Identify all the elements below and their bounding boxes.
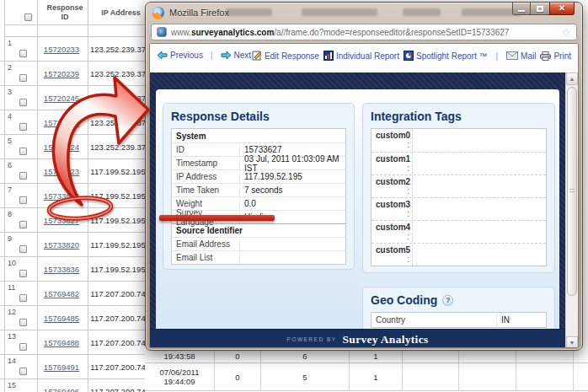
- mail-envelope-icon: [506, 51, 518, 60]
- bookmark-star-icon[interactable]: ☆: [561, 27, 571, 38]
- select-all-checkbox[interactable]: [24, 13, 32, 21]
- row-number: 2: [8, 63, 12, 72]
- print-button[interactable]: Print: [540, 51, 571, 61]
- row-checkbox[interactable]: [19, 221, 27, 228]
- value-cell: 5: [261, 363, 350, 390]
- toolbar-separator: |: [211, 51, 213, 60]
- url-input[interactable]: www.surveyanalytics.com/a//frame.do?mode…: [151, 24, 577, 40]
- scroll-down-button[interactable]: ▼: [566, 336, 578, 348]
- tag-row: custom5 :: [372, 243, 546, 266]
- response-details-title: Response Details: [171, 110, 346, 123]
- close-button[interactable]: ✕: [549, 3, 575, 15]
- response-id-link[interactable]: 15733625: [35, 191, 88, 201]
- ip-address-cell: 117.199.52.195: [87, 240, 149, 250]
- value-cell: 1: [350, 351, 403, 362]
- response-id-link[interactable]: 15769485: [35, 314, 88, 323]
- powered-by-label: POWERED BY: [287, 336, 337, 342]
- individual-report-button[interactable]: Individual Report: [323, 51, 399, 61]
- table-row: 8 15733627 117.199.52.195: [0, 208, 150, 233]
- tag-label: custom4 :: [372, 221, 412, 243]
- response-id-link[interactable]: 15720624: [35, 142, 88, 152]
- table-row: 7 15733625 117.199.52.195: [0, 184, 150, 208]
- response-id-link[interactable]: 15720251: [35, 118, 88, 127]
- table-row: 6 15728623 117.199.52.195: [0, 159, 150, 184]
- row-checkbox[interactable]: [19, 368, 27, 375]
- response-id-link[interactable]: 15769491: [35, 362, 88, 372]
- row-checkbox[interactable]: [19, 294, 27, 302]
- minimize-button[interactable]: [512, 3, 531, 15]
- ip-address-cell: 117.199.52.195: [87, 191, 149, 201]
- row-checkbox[interactable]: [19, 148, 27, 155]
- table-row: 12 15769485 117.207.200.74: [0, 306, 150, 330]
- tag-label: custom0 :: [372, 129, 412, 152]
- row-number: 1: [8, 39, 12, 47]
- response-id-link[interactable]: 15769496: [35, 387, 88, 392]
- mail-button[interactable]: Mail: [506, 51, 536, 61]
- edit-response-button[interactable]: Edit Response: [252, 51, 319, 61]
- row-checkbox[interactable]: [19, 343, 27, 351]
- scroll-up-button[interactable]: ▲: [566, 72, 578, 85]
- row-checkbox[interactable]: [19, 50, 27, 57]
- tag-value: [412, 221, 546, 243]
- table-row: 13 15769488 117.207.200.74: [0, 330, 150, 355]
- response-id-link[interactable]: 15728623: [35, 167, 88, 176]
- tag-label: custom1 :: [372, 153, 412, 175]
- tag-label: custom2 :: [372, 175, 412, 197]
- response-id-link[interactable]: 15733627: [35, 216, 88, 225]
- geo-coding-table: Country IN: [371, 312, 547, 328]
- detail-value: [239, 251, 345, 264]
- detail-label: Email List: [172, 253, 239, 262]
- brand-logo: Survey Analytics: [343, 333, 429, 346]
- ip-address-cell: 123.252.239.37: [87, 69, 149, 78]
- integration-tags-title: Integration Tags: [371, 110, 547, 123]
- table-body: 1 15720233 123.252.239.37 2 15720239 123…: [0, 37, 150, 392]
- value-cell: 0: [215, 363, 261, 390]
- row-checkbox[interactable]: [19, 319, 27, 326]
- browser-client-area: Previous | Next Edit Response Individual…: [149, 43, 579, 348]
- value-cell: 1: [350, 363, 403, 390]
- table-row: 11 15769482 117.207.200.74: [0, 282, 150, 306]
- minimize-icon: [518, 10, 525, 12]
- response-id-link[interactable]: 15720233: [35, 45, 88, 54]
- response-id-link[interactable]: 15769488: [35, 338, 88, 347]
- detail-row: Email List: [172, 250, 345, 264]
- site-favicon-icon: [157, 27, 167, 37]
- datetime-cell: 19:43:58: [145, 351, 215, 362]
- row-checkbox[interactable]: [19, 245, 27, 253]
- empty-cell: [574, 351, 588, 362]
- vertical-scrollbar[interactable]: ▲ ▼: [565, 72, 578, 348]
- response-id-link[interactable]: 15769482: [35, 289, 88, 298]
- table-row: 2 15720239 123.252.239.37: [0, 62, 150, 86]
- window-titlebar[interactable]: Mozilla Firefox ✕: [146, 3, 582, 23]
- row-number: 10: [8, 259, 16, 267]
- row-checkbox[interactable]: [19, 270, 27, 277]
- help-icon[interactable]: ?: [442, 295, 453, 306]
- detail-row: IP Address 117.199.52.195: [172, 169, 345, 183]
- scrollbar-thumb[interactable]: [567, 87, 577, 296]
- row-checkbox[interactable]: [19, 196, 27, 204]
- empty-cell: [574, 363, 588, 390]
- response-id-link[interactable]: 15733820: [35, 240, 88, 250]
- edit-icon: [252, 51, 262, 61]
- row-checkbox[interactable]: [19, 99, 27, 106]
- detail-label: IP Address: [172, 172, 239, 181]
- previous-button[interactable]: Previous: [157, 51, 203, 60]
- maximize-button[interactable]: [531, 3, 549, 15]
- row-checkbox[interactable]: [19, 123, 27, 131]
- response-id-link[interactable]: 15733836: [35, 265, 88, 274]
- next-button[interactable]: Next: [221, 51, 252, 60]
- empty-cell: [403, 351, 459, 362]
- report-chart-icon: [323, 51, 334, 61]
- tag-row: custom4 :: [372, 220, 546, 243]
- firefox-icon: [152, 7, 164, 19]
- table-strip-below-window: 19:43:58 0 6 1 07/06/201119:44:09 0 5 1: [145, 351, 588, 392]
- window-title: Mozilla Firefox: [169, 8, 229, 18]
- detail-value: 117.199.52.195: [239, 170, 345, 183]
- row-checkbox[interactable]: [19, 74, 27, 82]
- row-checkbox[interactable]: [19, 172, 27, 180]
- row-number: 9: [8, 234, 12, 243]
- tag-value: [412, 175, 546, 197]
- response-id-link[interactable]: 15720239: [35, 69, 88, 78]
- spotlight-report-button[interactable]: Spotlight Report ™: [404, 51, 488, 61]
- response-id-link[interactable]: 15720245: [35, 94, 88, 103]
